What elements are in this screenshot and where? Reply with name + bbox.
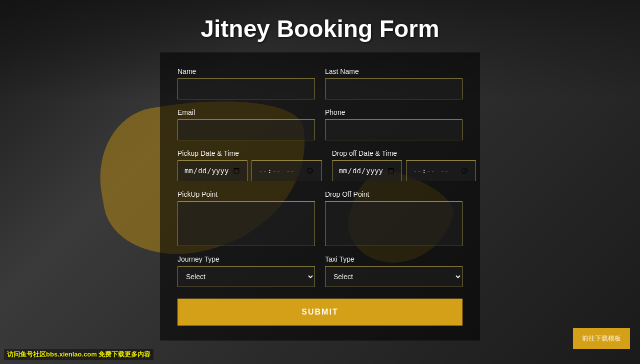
dropoff-date-input[interactable]	[332, 160, 402, 181]
last-name-group: Last Name	[325, 67, 462, 99]
dropoff-datetime-group: Drop off Date & Time	[332, 149, 476, 181]
datetime-row: Pickup Date & Time Drop off Date & Time	[178, 149, 462, 181]
dropoff-point-label: Drop Off Point	[325, 190, 462, 198]
type-row: Journey Type Select One Way Round Trip T…	[178, 255, 462, 287]
email-group: Email	[178, 108, 315, 140]
dropoff-point-group: Drop Off Point	[325, 190, 462, 246]
pickup-datetime-inputs	[178, 160, 322, 181]
name-row: Name Last Name	[178, 67, 462, 99]
phone-group: Phone	[325, 108, 462, 140]
name-input[interactable]	[178, 78, 315, 99]
dropoff-datetime-inputs	[332, 160, 476, 181]
last-name-label: Last Name	[325, 67, 462, 75]
pickup-point-input[interactable]	[178, 201, 315, 246]
page-title: Jitney Booking Form	[0, 0, 640, 52]
email-input[interactable]	[178, 119, 315, 140]
pickup-datetime-label: Pickup Date & Time	[178, 149, 322, 157]
email-label: Email	[178, 108, 315, 116]
pickup-point-group: PickUp Point	[178, 190, 315, 246]
taxi-type-label: Taxi Type	[325, 255, 462, 263]
journey-type-group: Journey Type Select One Way Round Trip T…	[178, 255, 315, 287]
taxi-type-select[interactable]: Select Sedan SUV Van Luxury	[325, 266, 462, 287]
pickup-time-input[interactable]	[252, 160, 322, 181]
dropoff-datetime-label: Drop off Date & Time	[332, 149, 476, 157]
pickup-date-input[interactable]	[178, 160, 248, 181]
phone-label: Phone	[325, 108, 462, 116]
name-group: Name	[178, 67, 315, 99]
dropoff-point-input[interactable]	[325, 201, 462, 246]
email-phone-row: Email Phone	[178, 108, 462, 140]
pickup-point-label: PickUp Point	[178, 190, 315, 198]
submit-button[interactable]: SUBMIT	[178, 299, 462, 326]
taxi-type-group: Taxi Type Select Sedan SUV Van Luxury	[325, 255, 462, 287]
booking-form: Name Last Name Email Phone Pickup Date &…	[160, 52, 480, 341]
points-row: PickUp Point Drop Off Point	[178, 190, 462, 246]
page-container: Jitney Booking Form Name Last Name Email…	[0, 0, 640, 364]
download-template-button[interactable]: 前往下载模板	[573, 328, 630, 349]
dropoff-time-input[interactable]	[406, 160, 476, 181]
last-name-input[interactable]	[325, 78, 462, 99]
phone-input[interactable]	[325, 119, 462, 140]
journey-type-select[interactable]: Select One Way Round Trip Transfer	[178, 266, 315, 287]
journey-type-label: Journey Type	[178, 255, 315, 263]
name-label: Name	[178, 67, 315, 75]
watermark: 访问鱼号社区bbs.xienlao.com 免费下载更多内容	[4, 349, 154, 360]
pickup-datetime-group: Pickup Date & Time	[178, 149, 322, 181]
